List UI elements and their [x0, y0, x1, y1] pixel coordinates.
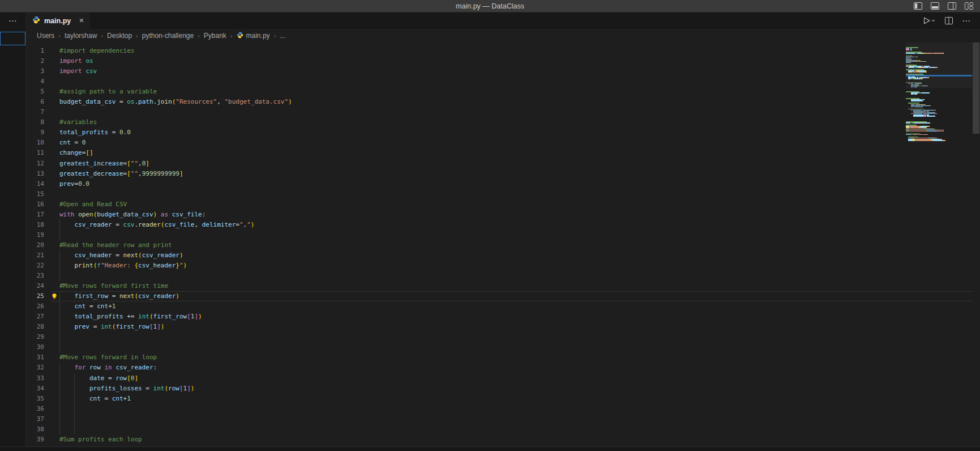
line-number[interactable]: 26	[26, 301, 44, 312]
code-line[interactable]: 28 prev = int(first_row[1])	[26, 322, 980, 332]
code-editor[interactable]: 1#import dependencies2import os3import c…	[26, 42, 980, 446]
code-line[interactable]: 18 csv_reader = csv.reader(csv_file, del…	[26, 220, 980, 230]
code-line[interactable]: 34 profits_losses = int(row[1])	[26, 384, 980, 394]
code-line[interactable]: 12greatest_increase=["",0]	[26, 159, 980, 169]
line-number[interactable]: 24	[26, 281, 44, 291]
more-editor-actions-icon[interactable]: ⋯	[962, 16, 971, 26]
code-line[interactable]: 36	[26, 404, 980, 414]
line-number[interactable]: 14	[26, 179, 44, 189]
line-number[interactable]: 20	[26, 240, 44, 250]
code-line[interactable]: 37	[26, 414, 980, 424]
line-number[interactable]: 34	[26, 384, 44, 394]
code-line[interactable]: 33 date = row[0]	[26, 373, 980, 384]
breadcrumb-item[interactable]: python-challenge	[142, 32, 194, 40]
code-line[interactable]: 1#import dependencies	[26, 46, 980, 56]
vertical-scrollbar[interactable]	[972, 42, 980, 446]
code-line[interactable]: 25 first_row = next(csv_reader)	[26, 291, 980, 301]
toggle-primary-sidebar-icon[interactable]	[914, 2, 922, 10]
line-number[interactable]: 31	[26, 352, 44, 363]
code-line[interactable]: 39#Sum profits each loop	[26, 435, 980, 445]
code-line[interactable]: 8#variables	[26, 117, 980, 127]
code-line[interactable]: 38	[26, 424, 980, 435]
code-line[interactable]: 21 csv_header = next(csv_reader)	[26, 250, 980, 261]
code-line[interactable]: 14prev=0.0	[26, 179, 980, 189]
line-number[interactable]: 16	[26, 199, 44, 210]
line-number[interactable]: 33	[26, 373, 44, 384]
code-line[interactable]: 19	[26, 230, 980, 240]
code-line[interactable]: 3import csv	[26, 66, 980, 76]
breadcrumb-item[interactable]: ...	[280, 32, 285, 40]
toggle-panel-icon[interactable]	[931, 2, 939, 10]
line-number[interactable]: 19	[26, 230, 44, 240]
line-number[interactable]: 25	[26, 291, 44, 301]
toggle-secondary-sidebar-icon[interactable]	[948, 2, 956, 10]
code-line[interactable]: 27 total_profits += int(first_row[1])	[26, 312, 980, 322]
breadcrumb-item[interactable]: Pybank	[204, 32, 226, 40]
code-line[interactable]: 2import os	[26, 56, 980, 66]
line-number[interactable]: 15	[26, 189, 44, 199]
code-line[interactable]: 17with open(budget_data_csv) as csv_file…	[26, 210, 980, 220]
line-number[interactable]: 2	[26, 56, 44, 66]
code-line[interactable]: 31#Move rows forward in loop	[26, 352, 980, 363]
code-line[interactable]: 10cnt = 0	[26, 138, 980, 148]
tab-main-py[interactable]: main.py ✕	[26, 12, 90, 29]
rail-focus-box[interactable]	[0, 32, 25, 45]
line-number[interactable]: 13	[26, 169, 44, 179]
line-number[interactable]: 36	[26, 404, 44, 414]
split-editor-icon[interactable]	[945, 17, 953, 24]
line-number[interactable]: 39	[26, 435, 44, 445]
run-python-file-button[interactable]	[923, 17, 936, 24]
more-actions-icon[interactable]: ⋯	[0, 12, 25, 29]
code-line[interactable]: 30	[26, 342, 980, 352]
code-line[interactable]: 4	[26, 76, 980, 87]
line-number[interactable]: 7	[26, 107, 44, 117]
line-number[interactable]: 12	[26, 159, 44, 169]
code-line[interactable]: 23	[26, 271, 980, 281]
code-line[interactable]: 29	[26, 332, 980, 342]
minimap[interactable]	[906, 42, 972, 446]
line-number[interactable]: 9	[26, 127, 44, 138]
code-line[interactable]: 20#Read the header row and print	[26, 240, 980, 250]
line-number[interactable]: 37	[26, 414, 44, 424]
breadcrumb-item[interactable]: Users	[37, 32, 54, 40]
line-number[interactable]: 22	[26, 261, 44, 271]
code-line[interactable]: 32 for row in csv_reader:	[26, 363, 980, 373]
customize-layout-icon[interactable]	[965, 2, 973, 10]
breadcrumb-item[interactable]: main.py	[237, 32, 270, 40]
code-line[interactable]: 6budget_data_csv = os.path.join("Resourc…	[26, 97, 980, 107]
code-line[interactable]: 26 cnt = cnt+1	[26, 301, 980, 312]
code-line[interactable]: 15	[26, 189, 980, 199]
code-line[interactable]: 9total_profits = 0.0	[26, 127, 980, 138]
line-number[interactable]: 27	[26, 312, 44, 322]
quick-fix-lightbulb-icon[interactable]	[51, 293, 58, 300]
line-number[interactable]: 32	[26, 363, 44, 373]
code-line[interactable]: 5#assign path to a variable	[26, 87, 980, 97]
line-number[interactable]: 28	[26, 322, 44, 332]
line-number[interactable]: 10	[26, 138, 44, 148]
line-number[interactable]: 29	[26, 332, 44, 342]
line-number[interactable]: 8	[26, 117, 44, 127]
code-line[interactable]: 11change=[]	[26, 148, 980, 158]
line-number[interactable]: 30	[26, 342, 44, 352]
line-number[interactable]: 11	[26, 148, 44, 158]
line-number[interactable]: 6	[26, 97, 44, 107]
line-number[interactable]: 35	[26, 394, 44, 404]
line-number[interactable]: 23	[26, 271, 44, 281]
breadcrumb-item[interactable]: taylorshaw	[65, 32, 97, 40]
code-line[interactable]: 35 cnt = cnt+1	[26, 394, 980, 404]
line-number[interactable]: 17	[26, 210, 44, 220]
line-number[interactable]: 18	[26, 220, 44, 230]
line-number[interactable]: 5	[26, 87, 44, 97]
scrollbar-thumb[interactable]	[973, 42, 979, 134]
line-number[interactable]: 38	[26, 424, 44, 435]
code-line[interactable]: 7	[26, 107, 980, 117]
breadcrumb-item[interactable]: Desktop	[107, 32, 132, 40]
line-number[interactable]: 21	[26, 250, 44, 261]
code-line[interactable]: 16#Open and Read CSV	[26, 199, 980, 210]
line-number[interactable]: 3	[26, 66, 44, 76]
minimap-slider[interactable]	[906, 42, 972, 88]
code-line[interactable]: 13greatest_decrease=["",9999999999]	[26, 169, 980, 179]
tab-close-icon[interactable]: ✕	[79, 17, 84, 24]
line-number[interactable]: 4	[26, 76, 44, 87]
line-number[interactable]: 1	[26, 46, 44, 56]
